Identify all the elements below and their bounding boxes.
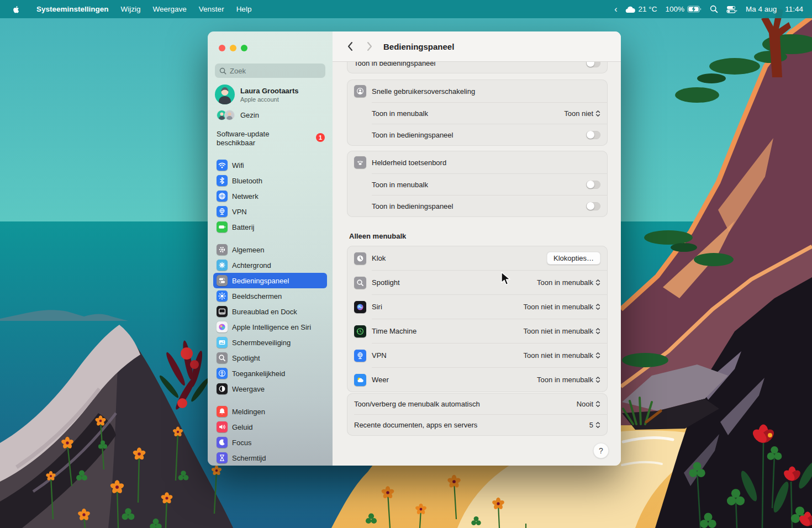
chevron-up-down-icon — [595, 376, 600, 383]
avatar — [215, 85, 235, 104]
card-fast-user: Snelle gebruikersoverschakelingToon in m… — [347, 80, 608, 146]
menu-systeeminstellingen[interactable]: Systeeminstellingen — [30, 5, 115, 13]
battery-charging-icon — [687, 6, 702, 13]
menu-help[interactable]: Help — [230, 5, 258, 13]
row-label: Recente documenten, apps en servers — [354, 421, 477, 429]
row-toon-in-bedieningspaneel-toggle[interactable] — [586, 202, 600, 210]
row-label: VPN — [372, 351, 387, 360]
bureaublad-icon — [217, 306, 228, 317]
menubar-collapse-chevron[interactable]: ‹ — [614, 4, 617, 14]
sidebar-item-label: Toegankelijkheid — [232, 369, 285, 378]
search-placeholder: Zoek — [230, 67, 246, 75]
menu-weergave[interactable]: Weergave — [147, 5, 193, 13]
weergave-icon — [217, 383, 228, 394]
chevron-up-down-icon — [595, 303, 600, 310]
row-recente-documenten-apps-en-servers-select[interactable]: 5 — [589, 421, 600, 429]
row-time-machine-select[interactable]: Toon niet in menubalk — [524, 327, 600, 335]
main-header: Bedieningspaneel — [333, 31, 621, 62]
chevron-up-down-icon — [595, 400, 600, 408]
sidebar-item-label: Bureaublad en Dock — [232, 308, 297, 316]
sidebar-item-ai-siri[interactable]: Apple Intelligence en Siri — [213, 319, 327, 335]
sidebar-item-bluetooth[interactable]: Bluetooth — [213, 173, 327, 188]
row-klok: KlokKlokopties… — [347, 246, 607, 270]
sidebar-item-spotlight[interactable]: Spotlight — [213, 350, 327, 366]
row-label: Siri — [372, 303, 382, 311]
sidebar-item-label: Schermtijd — [232, 454, 266, 462]
sidebar-item-label: Beeldschermen — [232, 292, 282, 300]
row-label: Toon in bedieningspaneel — [372, 131, 453, 139]
control-center-icon[interactable] — [726, 6, 737, 13]
row-toon-in-bedieningspaneel-partial-toggle[interactable] — [586, 62, 600, 67]
row-siri-select[interactable]: Toon niet in menubalk — [524, 303, 600, 311]
sidebar-item-achtergrond[interactable]: Achtergrond — [213, 257, 327, 273]
menu-venster[interactable]: Venster — [193, 5, 230, 13]
minimize-button[interactable] — [230, 45, 236, 51]
row-label: Toon in bedieningspaneel — [354, 62, 435, 67]
sidebar-item-label: Algemeen — [232, 246, 265, 254]
sidebar-account[interactable]: Laura Grootaarts Apple account — [215, 85, 298, 104]
row-vpn: VPNToon niet in menubalk — [347, 344, 607, 367]
menubar-date[interactable]: Ma 4 aug — [746, 5, 777, 13]
menu-wijzig[interactable]: Wijzig — [115, 5, 147, 13]
sidebar-item-beeldschermen[interactable]: Beeldschermen — [213, 288, 327, 304]
close-button[interactable] — [219, 45, 225, 51]
sidebar-item-label: Spotlight — [232, 354, 260, 362]
menubar-clock[interactable]: 11:44 — [785, 5, 803, 13]
clock-icon — [354, 252, 366, 265]
sidebar-item-bedieningspaneel[interactable]: Bedieningspaneel — [213, 273, 327, 288]
row-toon-in-menubalk-toggle[interactable] — [586, 181, 600, 189]
desktop: SysteeminstellingenWijzigWeergaveVenster… — [0, 0, 812, 528]
sidebar-item-label: Achtergrond — [232, 261, 271, 270]
settings-content: Toon in bedieningspaneelSnelle gebruiker… — [333, 62, 621, 466]
fast-user-icon — [354, 85, 366, 97]
sidebar-item-toegankelijkheid[interactable]: Toegankelijkheid — [213, 366, 327, 381]
forward-button[interactable] — [362, 39, 377, 54]
sidebar-item-bureaublad[interactable]: Bureaublad en Dock — [213, 304, 327, 319]
battery-status[interactable]: 100% — [665, 5, 702, 13]
sidebar-item-vpn[interactable]: VPN — [213, 204, 327, 219]
search-input[interactable]: Zoek — [215, 64, 325, 78]
row-toon-in-menubalk-select[interactable]: Toon niet — [564, 109, 600, 118]
row-label: Time Machine — [372, 327, 416, 335]
sidebar-item-focus[interactable]: Focus — [213, 435, 327, 450]
row-toon-in-bedieningspaneel: Toon in bedieningspaneel — [347, 196, 607, 217]
help-button[interactable]: ? — [593, 443, 609, 458]
sidebar-item-schermtijd[interactable]: Schermtijd — [213, 450, 327, 466]
row-klok-button[interactable]: Klokopties… — [547, 252, 600, 265]
row-label: Helderheid toetsenbord — [372, 159, 446, 167]
chevron-up-down-icon — [595, 421, 600, 429]
sidebar-item-meldingen[interactable]: Meldingen — [213, 404, 327, 419]
sidebar-family[interactable]: Gezin — [217, 110, 259, 120]
kb-brightness-icon — [354, 156, 366, 168]
settings-sidebar: Zoek Laura Grootaarts Apple account Gez — [208, 31, 333, 466]
sidebar-item-schermbeveiliging[interactable]: Schermbeveiliging — [213, 335, 327, 350]
select-value: Toon niet in menubalk — [524, 303, 593, 311]
row-toon-in-bedieningspaneel-toggle[interactable] — [586, 131, 600, 139]
toegankelijkheid-icon — [217, 368, 228, 379]
spotlight-search-icon[interactable] — [710, 5, 718, 13]
sidebar-item-algemeen[interactable]: Algemeen — [213, 242, 327, 257]
spotlight-icon — [217, 352, 228, 363]
sidebar-item-weergave[interactable]: Weergave — [213, 381, 327, 397]
sidebar-item-wifi[interactable]: Wifi — [213, 157, 327, 173]
row-spotlight-select[interactable]: Toon in menubalk — [537, 278, 600, 287]
sidebar-item-geluid[interactable]: Geluid — [213, 419, 327, 435]
row-weer-select[interactable]: Toon in menubalk — [537, 376, 600, 384]
sidebar-software-update[interactable]: Software-update beschikbaar 1 — [217, 130, 325, 147]
apple-logo-icon[interactable] — [12, 5, 20, 14]
siri-icon — [354, 301, 366, 313]
row-toon-verberg-de-menubalk-automatisch-select[interactable]: Nooit — [577, 400, 600, 408]
select-value: Toon in menubalk — [537, 376, 593, 384]
select-value: 5 — [589, 421, 593, 429]
sidebar-item-netwerk[interactable]: Netwerk — [213, 188, 327, 204]
weather-status[interactable]: 21 °C — [625, 5, 657, 13]
sidebar-item-batterij[interactable]: Batterij — [213, 219, 327, 235]
focus-icon — [217, 437, 228, 448]
geluid-icon — [217, 421, 228, 432]
chevron-up-down-icon — [595, 352, 600, 359]
account-subtitle: Apple account — [240, 96, 298, 103]
algemeen-icon — [217, 244, 228, 255]
row-vpn-select[interactable]: Toon niet in menubalk — [524, 351, 600, 360]
back-button[interactable] — [342, 39, 357, 54]
zoom-button[interactable] — [241, 45, 247, 51]
